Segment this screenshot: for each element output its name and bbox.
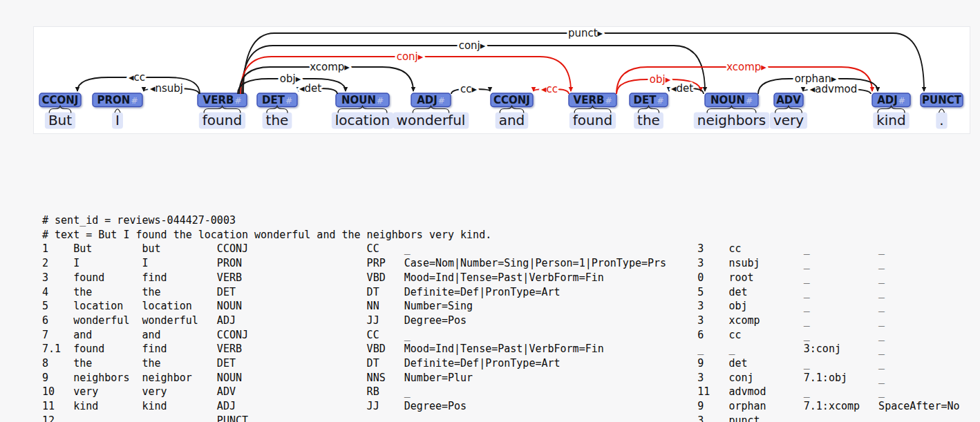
- token-pos-label: DET#: [262, 94, 292, 106]
- token-word[interactable]: location: [335, 112, 390, 128]
- token-pos-label: ADJ#: [877, 94, 905, 106]
- token-pos-label: CCONJ: [42, 94, 79, 106]
- token[interactable]: CCONJand: [491, 93, 533, 129]
- token-pos-label: ADJ#: [417, 94, 445, 106]
- token-pos-label: VERB#: [203, 94, 242, 106]
- token[interactable]: VERB#found: [569, 93, 616, 129]
- token-pos-label: ADV: [776, 94, 801, 106]
- arc-label: xcomp▸: [310, 61, 350, 73]
- token[interactable]: ADJ#wonderful: [393, 93, 469, 129]
- token-word[interactable]: the: [266, 112, 289, 128]
- arc-label: ◂cc: [129, 71, 145, 84]
- arc-label: ◂cc: [541, 83, 558, 95]
- token[interactable]: CCONJBut: [39, 93, 81, 129]
- token[interactable]: NOUN#location: [332, 93, 393, 129]
- token-word[interactable]: .: [939, 112, 943, 128]
- token-word[interactable]: and: [499, 112, 525, 128]
- token-word[interactable]: I: [115, 112, 120, 128]
- token-pos-label: NOUN#: [341, 94, 384, 106]
- token-pos-label: PUNCT: [922, 94, 962, 106]
- dependency-diagram-panel: CCONJButPRON#IVERB#foundDET#theNOUN#loca…: [33, 26, 970, 134]
- token-pos-label: DET#: [634, 94, 664, 106]
- token-word[interactable]: But: [48, 112, 72, 128]
- token-word[interactable]: the: [637, 112, 660, 128]
- arc-label: xcomp▸: [726, 61, 766, 73]
- token-pos-label: CCONJ: [493, 94, 530, 106]
- arc-label: ◂nsubj: [150, 82, 183, 95]
- arc-label: punct▸: [568, 27, 603, 39]
- arc-label: obj▸: [650, 73, 671, 86]
- token-pos-label: NOUN#: [710, 94, 753, 106]
- token[interactable]: NOUN#neighbors: [694, 93, 769, 129]
- dependency-tree-svg: CCONJButPRON#IVERB#foundDET#theNOUN#loca…: [33, 26, 970, 134]
- token[interactable]: ADJ#kind: [872, 93, 910, 129]
- arc-label: ◂det: [671, 82, 693, 95]
- token-pos-label: PRON#: [97, 94, 138, 106]
- page: CCONJButPRON#IVERB#foundDET#theNOUN#loca…: [0, 0, 980, 422]
- token[interactable]: PUNCT.: [921, 93, 963, 129]
- token-pos-label: VERB#: [574, 94, 612, 106]
- token-word[interactable]: found: [202, 112, 242, 128]
- token-word[interactable]: kind: [876, 112, 906, 128]
- token[interactable]: DET#the: [630, 93, 668, 129]
- arc-label: obj▸: [280, 73, 301, 85]
- arc-label: ◂det: [299, 82, 321, 95]
- arc-label: conj▸: [397, 50, 424, 63]
- token[interactable]: ADVvery: [770, 93, 807, 129]
- token-word[interactable]: neighbors: [697, 112, 766, 128]
- token-word[interactable]: very: [773, 112, 804, 128]
- token-word[interactable]: found: [573, 112, 612, 128]
- conllu-text: # sent_id = reviews-044427-0003 # text =…: [42, 213, 960, 422]
- arc-label: conj▸: [459, 39, 486, 52]
- token[interactable]: VERB#found: [198, 93, 247, 129]
- arc-label: cc▸: [460, 83, 477, 95]
- token[interactable]: PRON#I: [93, 93, 142, 129]
- arc-label: ◂advmod: [810, 83, 857, 95]
- token[interactable]: DET#the: [257, 93, 297, 129]
- token-word[interactable]: wonderful: [397, 112, 466, 128]
